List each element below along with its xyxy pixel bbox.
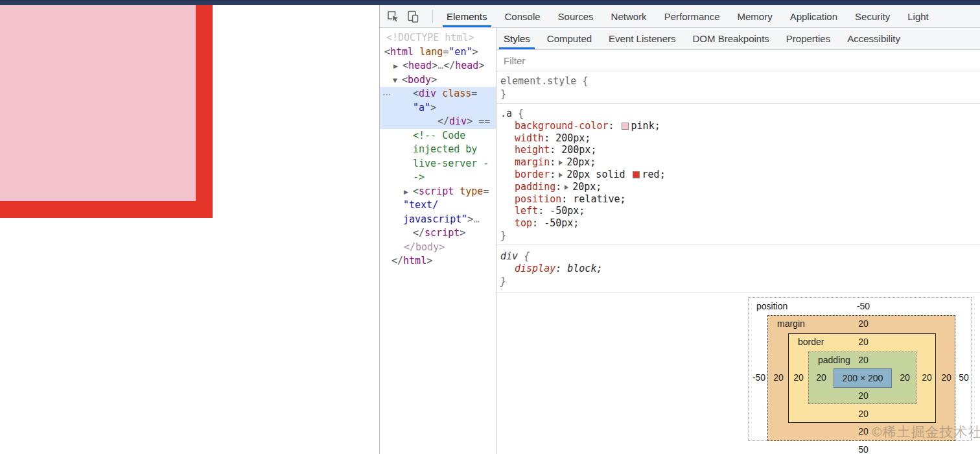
dom-line[interactable]: </body> (380, 241, 496, 255)
css-selector-line[interactable]: .a { (500, 108, 980, 120)
dom-line[interactable]: live-server - (380, 157, 496, 171)
token-p: </ (413, 227, 425, 239)
dom-line[interactable]: javascript">… (380, 213, 496, 227)
token-p: > (432, 60, 438, 71)
position-right-value[interactable]: 50 (959, 372, 969, 383)
token-val: : block; (555, 263, 602, 274)
tab-properties[interactable]: Properties (782, 28, 835, 49)
position-left-value[interactable]: -50 (752, 372, 765, 383)
token-p: </ (443, 60, 455, 71)
token-dim: </body> (404, 241, 445, 253)
filter-placeholder: Filter (504, 55, 525, 66)
tab-elements[interactable]: Elements (443, 5, 491, 27)
token-n: height (515, 144, 550, 156)
padding-right-value[interactable]: 20 (900, 372, 910, 383)
node-overflow-menu-icon[interactable]: ⋯ (382, 88, 392, 102)
token-p: = (471, 88, 477, 99)
dom-line[interactable]: <html lang="en"> (380, 45, 496, 60)
token-p: </ (391, 255, 403, 267)
token-dt: <!DOCTYPE html> (386, 32, 474, 43)
css-property[interactable]: left: -50px; (500, 205, 980, 217)
tab-memory[interactable]: Memory (734, 5, 776, 27)
token-a: lang (414, 46, 443, 58)
dom-selected-node[interactable]: ⋯ <div class= "a"> </div> == $0 (380, 87, 496, 129)
margin-right-value[interactable]: 20 (941, 372, 951, 383)
css-property[interactable]: width: 200px; (500, 132, 980, 145)
padding-left-value[interactable]: 20 (816, 372, 826, 383)
css-property[interactable]: margin:20px; (500, 156, 980, 169)
token-n: top (515, 217, 532, 229)
position-top-value[interactable]: -50 (857, 301, 870, 311)
rule-element-style[interactable]: element.style { } (496, 71, 980, 104)
dom-line[interactable]: </html> (380, 254, 496, 269)
tab-accessibility[interactable]: Accessibility (843, 28, 905, 49)
content-size: 200 × 200 (843, 373, 883, 383)
dom-line[interactable]: <!-- Code (380, 129, 496, 143)
styles-filter-input[interactable]: Filter (496, 50, 980, 71)
dom-line[interactable]: "text/ (380, 198, 496, 213)
padding-bottom-value[interactable]: 20 (858, 390, 869, 401)
token-eq: $0 (496, 115, 496, 127)
tab-console[interactable]: Console (501, 5, 544, 27)
tab-sources[interactable]: Sources (554, 5, 598, 27)
device-toolbar-icon[interactable] (406, 9, 420, 23)
css-selector-line[interactable]: element.style { (500, 75, 980, 88)
token-v: javascript" (403, 213, 467, 225)
tab-security[interactable]: Security (851, 5, 894, 27)
tab-styles[interactable]: Styles (499, 28, 535, 49)
devtools-main-toolbar: Elements Console Sources Network Perform… (380, 5, 980, 28)
tab-network[interactable]: Network (607, 5, 651, 27)
expand-arrow-icon: ▶ (404, 185, 413, 200)
dom-line[interactable]: "a"> (380, 101, 496, 115)
token-val: : (550, 169, 555, 180)
tab-performance[interactable]: Performance (660, 5, 724, 27)
css-property[interactable]: background-color: pink; (500, 120, 980, 132)
margin-label: margin (777, 318, 805, 329)
dom-line[interactable]: <!DOCTYPE html> (380, 31, 496, 45)
tab-application[interactable]: Application (786, 5, 841, 27)
token-n: position (515, 193, 561, 205)
rule-class-a[interactable]: .a { background-color: pink; width: 200p… (496, 104, 980, 245)
dom-line[interactable]: ▶<head>…</head> (380, 59, 496, 73)
rule-div-useragent[interactable]: div { display: block; } (496, 245, 980, 294)
css-property[interactable]: top: -50px; (500, 217, 980, 230)
css-property[interactable]: display: block; (500, 263, 980, 276)
inspect-icon[interactable] (386, 9, 400, 23)
css-close-brace: } (500, 276, 980, 289)
css-property[interactable]: padding:20px; (500, 181, 980, 193)
position-bottom-value[interactable]: 50 (858, 444, 869, 454)
dom-line[interactable]: <div class= (380, 87, 496, 101)
token-n: border (515, 169, 550, 180)
margin-bottom-value[interactable]: 20 (858, 426, 869, 436)
dom-line[interactable]: </div> == $0 (380, 115, 496, 129)
token-a: class (436, 88, 471, 99)
css-property[interactable]: height: 200px; (500, 144, 980, 156)
dom-line[interactable]: injected by (380, 143, 496, 157)
tab-computed[interactable]: Computed (542, 28, 596, 49)
token-t: script (419, 185, 454, 197)
dom-line[interactable]: </script> (380, 226, 496, 241)
expand-arrow-icon (565, 185, 568, 190)
css-property[interactable]: position: relative; (500, 193, 980, 206)
dom-line[interactable]: -> (380, 171, 496, 185)
dom-line[interactable]: ▶<script type= (380, 185, 496, 199)
token-val: : 200px; (544, 132, 590, 144)
css-property[interactable]: border:20px solid red; (500, 169, 980, 181)
border-bottom-value[interactable]: 20 (858, 409, 869, 419)
box-model-diagram[interactable]: position -50 margin 20 border 20 padding… (748, 297, 972, 441)
tab-lighthouse[interactable]: Light (904, 5, 933, 27)
tab-dom-breakpoints[interactable]: DOM Breakpoints (688, 28, 773, 49)
tab-event-listeners[interactable]: Event Listeners (604, 28, 680, 49)
toolbar-divider (432, 10, 433, 23)
border-right-value[interactable]: 20 (922, 372, 932, 383)
token-p: > (478, 60, 484, 71)
margin-left-value[interactable]: 20 (773, 372, 784, 383)
css-selector-line[interactable]: div { (500, 250, 980, 263)
border-top-value[interactable]: 20 (858, 337, 869, 347)
content-box[interactable]: 200 × 200 (834, 368, 892, 388)
dom-line[interactable]: ▼<body> (380, 73, 496, 88)
margin-top-value[interactable]: 20 (858, 318, 869, 329)
padding-top-value[interactable]: 20 (858, 355, 869, 365)
border-left-value[interactable]: 20 (793, 372, 804, 383)
token-e: … (438, 60, 443, 71)
